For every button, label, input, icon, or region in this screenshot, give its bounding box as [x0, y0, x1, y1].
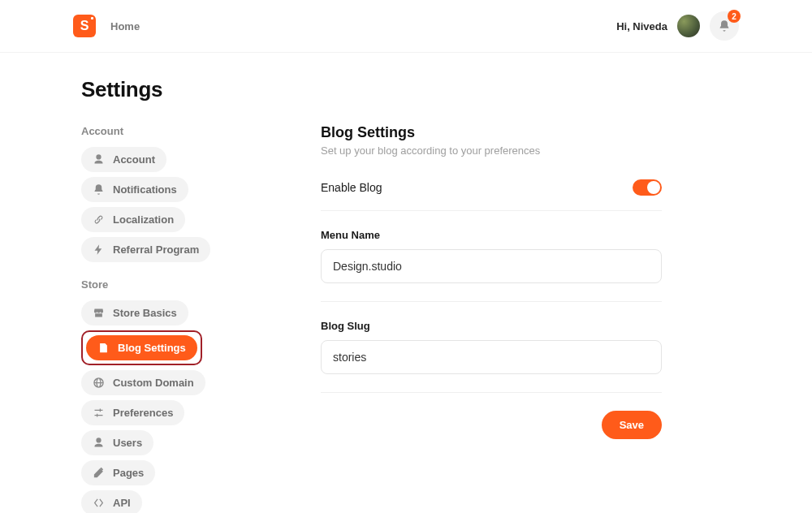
enable-blog-label: Enable Blog — [321, 181, 382, 194]
blog-slug-group: Blog Slug — [321, 320, 662, 393]
enable-blog-toggle[interactable] — [633, 179, 662, 196]
sidebar-section-store-label: Store — [81, 278, 264, 291]
sidebar-section-store: Store Basics Blog Settings Custom Domain… — [81, 300, 264, 513]
notification-badge: 2 — [728, 10, 741, 23]
topbar-right: Hi, Niveda 2 — [616, 11, 739, 41]
sidebar-item-label: Notifications — [113, 183, 177, 196]
sliders-icon — [93, 407, 105, 419]
menu-name-label: Menu Name — [321, 229, 662, 241]
document-icon — [97, 342, 110, 354]
topbar: S Home Hi, Niveda 2 — [0, 0, 812, 53]
bell-icon — [93, 183, 105, 196]
bell-icon — [718, 19, 731, 32]
sidebar-item-blog-settings[interactable]: Blog Settings — [86, 335, 197, 360]
enable-blog-row: Enable Blog — [321, 179, 662, 211]
sidebar-item-label: Blog Settings — [118, 342, 186, 354]
topbar-left: S Home — [73, 15, 140, 37]
globe-icon — [93, 377, 105, 389]
pencil-icon — [93, 467, 105, 479]
sidebar-item-label: Users — [113, 437, 142, 449]
page-title: Settings — [81, 77, 264, 102]
sidebar-item-label: Store Basics — [113, 307, 177, 319]
logo[interactable]: S — [73, 15, 96, 37]
sidebar-section-account-label: Account — [81, 125, 264, 137]
save-button[interactable]: Save — [602, 411, 662, 439]
content-subtitle: Set up your blog according to your prefe… — [321, 144, 662, 157]
greeting: Hi, Niveda — [616, 20, 667, 32]
sidebar-item-blog-settings-highlight: Blog Settings — [81, 330, 202, 365]
sidebar-item-store-basics[interactable]: Store Basics — [81, 300, 188, 325]
sidebar-item-label: Pages — [113, 467, 144, 479]
bolt-icon — [93, 244, 105, 256]
sidebar-item-referral[interactable]: Referral Program — [81, 237, 210, 262]
sidebar-item-preferences[interactable]: Preferences — [81, 400, 184, 425]
blog-slug-input[interactable] — [321, 340, 662, 374]
sidebar-item-api[interactable]: API — [81, 490, 142, 513]
nav-home[interactable]: Home — [110, 20, 140, 32]
actions-row: Save — [321, 411, 662, 439]
sidebar-item-label: Account — [113, 153, 155, 166]
sidebar-item-users[interactable]: Users — [81, 430, 153, 455]
sidebar-item-pages[interactable]: Pages — [81, 460, 155, 485]
sidebar-item-custom-domain[interactable]: Custom Domain — [81, 370, 205, 395]
sidebar-item-label: Preferences — [113, 407, 173, 419]
sidebar-item-notifications[interactable]: Notifications — [81, 177, 188, 202]
user-icon — [93, 437, 105, 449]
notifications-button[interactable]: 2 — [710, 11, 739, 41]
sidebar-item-label: API — [113, 497, 131, 509]
sidebar-item-label: Localization — [113, 213, 174, 226]
sidebar-item-localization[interactable]: Localization — [81, 207, 185, 232]
sidebar-item-label: Custom Domain — [113, 377, 194, 389]
user-icon — [93, 153, 105, 166]
link-icon — [93, 213, 105, 226]
avatar[interactable] — [677, 15, 700, 37]
page-body: Settings Account Account Notifications L… — [0, 53, 812, 513]
content-title: Blog Settings — [321, 124, 662, 141]
sidebar-item-account[interactable]: Account — [81, 147, 166, 172]
blog-slug-label: Blog Slug — [321, 320, 662, 332]
sidebar: Settings Account Account Notifications L… — [81, 77, 264, 513]
code-icon — [93, 497, 105, 509]
content: Blog Settings Set up your blog according… — [321, 77, 662, 513]
sidebar-section-account: Account Notifications Localization Refer… — [81, 147, 264, 262]
menu-name-input[interactable] — [321, 249, 662, 283]
sidebar-item-label: Referral Program — [113, 244, 199, 256]
menu-name-group: Menu Name — [321, 229, 662, 302]
store-icon — [93, 307, 105, 319]
